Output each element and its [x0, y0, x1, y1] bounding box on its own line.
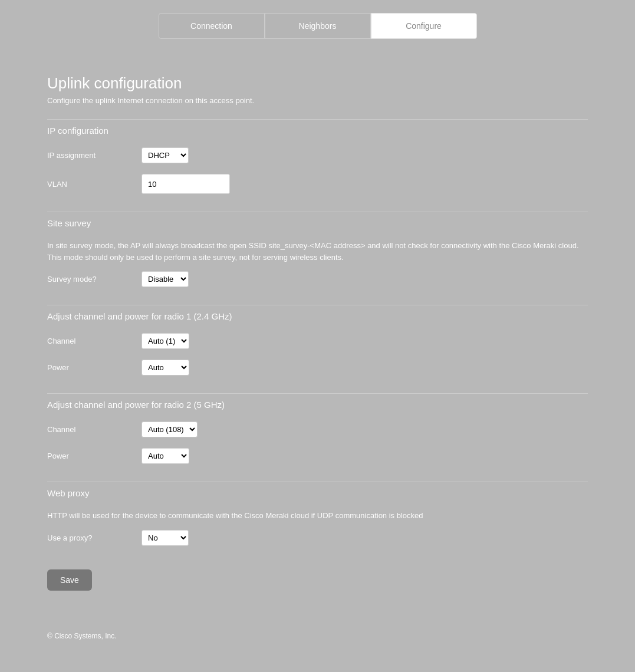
- section-ip-configuration: IP configuration IP assignment DHCP Stat…: [47, 119, 588, 194]
- radio2-power-label: Power: [47, 452, 142, 460]
- page-subtitle: Configure the uplink Internet connection…: [47, 96, 588, 105]
- tab-bar: Connection Neighbors Configure: [0, 0, 635, 51]
- footer: © Cisco Systems, Inc.: [47, 632, 588, 652]
- ip-assignment-label: IP assignment: [47, 151, 142, 160]
- radio1-power-label: Power: [47, 363, 142, 372]
- radio2-channel-select[interactable]: Auto (108) 36 40 44 48 149 153 157 161: [142, 421, 198, 437]
- main-content: Uplink configuration Configure the uplin…: [47, 74, 588, 652]
- section-radio1-header: Adjust channel and power for radio 1 (2.…: [47, 305, 588, 321]
- form-row-radio1-channel: Channel Auto (1) 1 6 11: [47, 333, 588, 349]
- tab-connection[interactable]: Connection: [159, 13, 265, 39]
- web-proxy-desc: HTTP will be used for the device to comm…: [47, 510, 588, 522]
- section-ip-header: IP configuration: [47, 119, 588, 136]
- vlan-input[interactable]: [142, 174, 230, 194]
- form-row-vlan: VLAN: [47, 174, 588, 194]
- radio1-power-select[interactable]: Auto Low Medium High: [142, 360, 189, 375]
- section-web-proxy-title: Web proxy: [47, 488, 89, 498]
- radio2-channel-label: Channel: [47, 425, 142, 434]
- use-proxy-label: Use a proxy?: [47, 533, 142, 542]
- form-row-radio2-power: Power Auto Low Medium High: [47, 448, 588, 464]
- form-row-use-proxy: Use a proxy? No Yes: [47, 530, 588, 546]
- form-row-survey-mode: Survey mode? Disable Enable: [47, 271, 588, 287]
- tab-configure-label: Configure: [406, 21, 442, 31]
- survey-mode-select[interactable]: Disable Enable: [142, 271, 189, 287]
- section-site-survey: Site survey In site survey mode, the AP …: [47, 212, 588, 287]
- section-ip-title: IP configuration: [47, 126, 108, 136]
- section-radio2-title: Adjust channel and power for radio 2 (5 …: [47, 400, 225, 410]
- radio1-channel-label: Channel: [47, 337, 142, 345]
- section-web-proxy-header: Web proxy: [47, 482, 588, 498]
- section-site-survey-title: Site survey: [47, 218, 91, 228]
- tab-configure[interactable]: Configure: [371, 13, 477, 39]
- radio2-power-select[interactable]: Auto Low Medium High: [142, 448, 189, 464]
- use-proxy-select[interactable]: No Yes: [142, 530, 189, 546]
- copyright-text: © Cisco Systems, Inc.: [47, 632, 117, 640]
- tab-connection-label: Connection: [190, 21, 232, 31]
- tab-neighbors[interactable]: Neighbors: [265, 13, 371, 39]
- vlan-label: VLAN: [47, 180, 142, 189]
- survey-mode-label: Survey mode?: [47, 275, 142, 284]
- section-radio2: Adjust channel and power for radio 2 (5 …: [47, 393, 588, 464]
- site-survey-desc: In site survey mode, the AP will always …: [47, 240, 588, 263]
- tab-neighbors-label: Neighbors: [299, 21, 337, 31]
- form-row-radio1-power: Power Auto Low Medium High: [47, 360, 588, 375]
- save-button[interactable]: Save: [47, 569, 92, 591]
- page-title: Uplink configuration: [47, 74, 588, 93]
- form-row-radio2-channel: Channel Auto (108) 36 40 44 48 149 153 1…: [47, 421, 588, 437]
- section-radio1: Adjust channel and power for radio 1 (2.…: [47, 305, 588, 375]
- section-radio2-header: Adjust channel and power for radio 2 (5 …: [47, 393, 588, 410]
- form-row-ip-assignment: IP assignment DHCP Static: [47, 147, 588, 163]
- section-site-survey-header: Site survey: [47, 212, 588, 228]
- section-radio1-title: Adjust channel and power for radio 1 (2.…: [47, 311, 232, 321]
- radio1-channel-select[interactable]: Auto (1) 1 6 11: [142, 333, 189, 349]
- ip-assignment-select[interactable]: DHCP Static: [142, 147, 189, 163]
- section-web-proxy: Web proxy HTTP will be used for the devi…: [47, 482, 588, 546]
